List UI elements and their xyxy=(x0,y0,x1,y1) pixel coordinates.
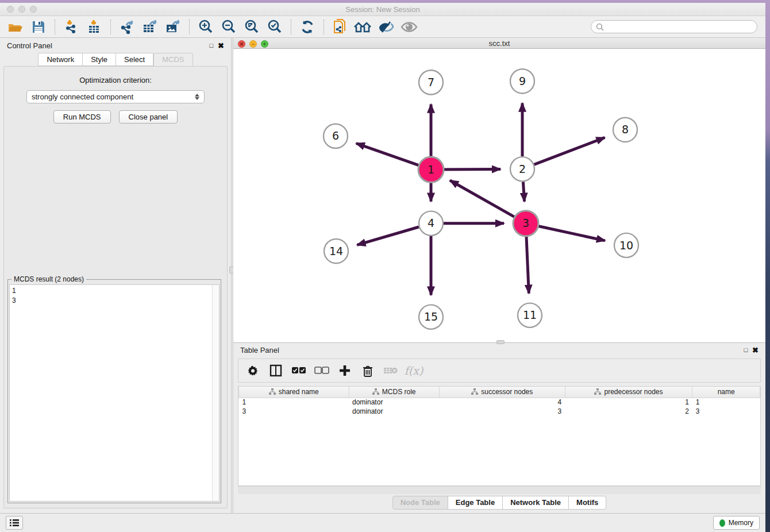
tab-edge-table[interactable]: Edge Table xyxy=(448,496,503,510)
graph-node-label-3: 3 xyxy=(522,217,529,229)
delete-column-button[interactable] xyxy=(360,363,375,378)
column-header-MCDS-role[interactable]: MCDS role xyxy=(349,387,439,398)
tab-network[interactable]: Network xyxy=(38,53,83,66)
desktop-background-right xyxy=(765,3,770,532)
zoom-out-icon xyxy=(221,20,236,34)
export-network-icon xyxy=(119,20,135,34)
main-titlebar: Session: New Session xyxy=(0,3,765,16)
graph-edge-1-2[interactable] xyxy=(444,169,500,169)
close-window-button[interactable] xyxy=(7,6,14,13)
import-network-button[interactable] xyxy=(61,18,81,36)
close-panel-icon[interactable]: ✖ xyxy=(218,42,224,49)
tab-network-table[interactable]: Network Table xyxy=(503,496,569,510)
table-panel: Table Panel □ ✖ xyxy=(233,343,765,513)
graph-edge-3-11[interactable] xyxy=(526,236,529,294)
network-graph[interactable]: 7968124314101511 xyxy=(233,49,765,342)
task-history-button[interactable] xyxy=(6,516,23,530)
export-image-button[interactable] xyxy=(163,18,183,36)
network-minimize-button[interactable]: − xyxy=(249,40,257,48)
graph-edge-1-6[interactable] xyxy=(356,143,419,165)
delete-table-button-disabled xyxy=(383,363,398,378)
network-maximize-button[interactable]: + xyxy=(261,40,268,48)
minimize-window-button[interactable] xyxy=(18,6,25,13)
cell-1-2[interactable]: 3 xyxy=(439,407,565,416)
graph-edge-2-8[interactable] xyxy=(534,137,605,164)
delete-table-icon xyxy=(383,366,398,375)
graph-edge-3-1[interactable] xyxy=(450,180,515,217)
cell-0-4[interactable]: 1 xyxy=(692,398,760,407)
export-table-button[interactable] xyxy=(140,18,160,36)
search-input[interactable] xyxy=(604,23,752,31)
graph-node-label-14: 14 xyxy=(329,245,343,257)
tab-mcds[interactable]: MCDS xyxy=(153,53,192,66)
control-panel-title: Control Panel xyxy=(7,41,52,50)
import-table-icon xyxy=(87,20,102,34)
cell-1-4[interactable]: 3 xyxy=(692,407,760,416)
show-graphics-details-button[interactable] xyxy=(399,18,419,36)
sort-hierarchy-icon xyxy=(594,388,601,395)
zoom-selected-button[interactable] xyxy=(265,18,284,36)
control-panel: Control Panel □ ✖ Network Style Select M… xyxy=(0,38,231,513)
tab-node-table[interactable]: Node Table xyxy=(392,496,448,510)
trash-icon xyxy=(363,365,373,377)
mcds-result-title: MCDS result (2 nodes) xyxy=(11,275,86,283)
import-network-icon xyxy=(64,20,79,34)
open-file-button[interactable] xyxy=(6,18,25,36)
cell-0-1[interactable]: dominator xyxy=(349,398,439,407)
control-panel-tabs: Network Style Select MCDS xyxy=(0,53,231,66)
result-scrollbar[interactable] xyxy=(212,285,219,501)
create-column-button[interactable] xyxy=(337,363,352,378)
zoom-out-button[interactable] xyxy=(219,18,238,36)
eye-icon xyxy=(401,21,418,33)
column-label: MCDS role xyxy=(382,388,416,396)
cell-1-0[interactable]: 3 xyxy=(239,407,349,416)
column-label: shared name xyxy=(279,388,319,396)
run-mcds-button[interactable]: Run MCDS xyxy=(53,110,111,124)
float-panel-icon[interactable]: □ xyxy=(209,43,213,49)
first-neighbors-button[interactable] xyxy=(353,18,373,36)
float-table-panel-icon[interactable]: □ xyxy=(744,347,748,353)
export-network-button[interactable] xyxy=(117,18,137,36)
column-header-predecessor-nodes[interactable]: predecessor nodes xyxy=(565,387,692,398)
zoom-fit-button[interactable] xyxy=(242,18,261,36)
network-canvas[interactable]: 7968124314101511 xyxy=(233,49,765,342)
close-table-panel-icon[interactable]: ✖ xyxy=(752,346,759,354)
cell-0-2[interactable]: 4 xyxy=(439,398,565,407)
graph-edge-4-14[interactable] xyxy=(357,227,418,245)
column-header-successor-nodes[interactable]: successor nodes xyxy=(439,387,565,398)
toggle-column-layout-button[interactable] xyxy=(268,363,283,378)
table-row[interactable]: 3dominator323 xyxy=(239,407,760,416)
zoom-in-button[interactable] xyxy=(196,18,215,36)
node-table[interactable]: shared nameMCDS rolesuccessor nodesprede… xyxy=(238,387,760,416)
column-label: name xyxy=(718,388,735,396)
tab-style[interactable]: Style xyxy=(83,53,116,66)
maximize-window-button[interactable] xyxy=(30,6,37,13)
cell-0-3[interactable]: 1 xyxy=(565,398,692,407)
column-header-shared-name[interactable]: shared name xyxy=(239,387,349,398)
column-header-name[interactable]: name xyxy=(692,387,760,398)
network-close-button[interactable]: ✕ xyxy=(238,40,245,48)
cell-1-3[interactable]: 2 xyxy=(565,407,692,416)
select-all-rows-button[interactable] xyxy=(291,363,306,378)
cell-0-0[interactable]: 1 xyxy=(239,398,349,407)
cell-1-1[interactable]: dominator xyxy=(349,407,439,416)
import-table-button[interactable] xyxy=(84,18,104,36)
graph-edge-2-3[interactable] xyxy=(523,182,524,201)
memory-button[interactable]: Memory xyxy=(713,516,760,530)
deselect-all-rows-button[interactable] xyxy=(314,363,329,378)
tab-motifs[interactable]: Motifs xyxy=(569,496,606,510)
graph-edge-3-10[interactable] xyxy=(538,226,605,240)
table-settings-button[interactable] xyxy=(245,363,260,378)
optimization-criterion-select[interactable]: strongly connected component xyxy=(26,90,205,103)
fx-icon: f(x) xyxy=(405,364,424,377)
refresh-button[interactable] xyxy=(298,18,317,36)
graph-node-label-1: 1 xyxy=(428,163,434,176)
toolbar-separator xyxy=(110,20,111,34)
copy-network-button[interactable] xyxy=(330,18,350,36)
close-panel-button[interactable]: Close panel xyxy=(119,110,178,124)
hide-selected-button[interactable] xyxy=(376,18,396,36)
table-row[interactable]: 1dominator411 xyxy=(239,398,760,407)
tab-select[interactable]: Select xyxy=(116,53,153,66)
horizontal-divider-grip[interactable] xyxy=(496,340,505,344)
save-session-button[interactable] xyxy=(29,18,48,36)
